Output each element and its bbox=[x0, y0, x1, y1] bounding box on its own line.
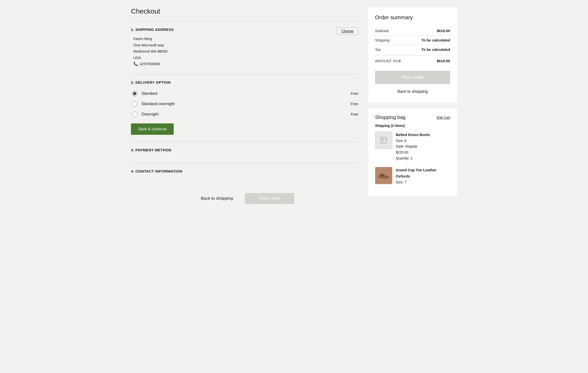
address-city-state-zip: Redmond WA 98055 bbox=[133, 48, 358, 55]
shopping-bag-title: Shopping bag bbox=[375, 115, 405, 120]
shipping-value: To be calculated bbox=[421, 38, 450, 42]
page-wrapper: Checkout 1. SHIPPING ADDRESS Change Kare… bbox=[121, 0, 467, 215]
shipping-section-header: 1. SHIPPING ADDRESS Change bbox=[131, 27, 358, 36]
delivery-option-overnight: Overnight Free bbox=[131, 109, 358, 119]
boots-style: Style: Regular bbox=[396, 144, 430, 150]
phone-number: 4257058000 bbox=[140, 61, 160, 67]
edit-cart-button[interactable]: Edit Cart bbox=[437, 116, 450, 119]
contact-section-title: 4. CONTACT INFORMATION bbox=[131, 169, 358, 173]
boots-details: Belted Dress Boots Size: 6 Style: Regula… bbox=[396, 132, 430, 161]
shipping-label-summary: Shipping bbox=[375, 38, 389, 42]
shipping-address-section: 1. SHIPPING ADDRESS Change Karen Berg On… bbox=[131, 21, 358, 74]
delivery-option-section: 2. DELIVERY OPTION Standard Free Standar… bbox=[131, 74, 358, 142]
sidebar: Order summary Subtotal $610.00 Shipping … bbox=[368, 7, 457, 196]
boots-name: Belted Dress Boots bbox=[396, 132, 430, 138]
boots-quantity: Quantity: 1 bbox=[396, 156, 430, 161]
address-phone: 📞 4257058000 bbox=[133, 61, 358, 67]
address-block: Karen Berg One Microsoft way Redmond WA … bbox=[131, 36, 358, 67]
svg-point-5 bbox=[379, 174, 384, 177]
save-continue-button[interactable]: Save & continue bbox=[131, 123, 174, 135]
bag-item-boots: Belted Dress Boots Size: 6 Style: Regula… bbox=[375, 132, 450, 161]
amount-due-value: $610.00 bbox=[437, 59, 450, 63]
tax-value: To be calculated bbox=[421, 47, 450, 52]
shopping-bag-header: Shopping bag Edit Cart bbox=[375, 115, 450, 120]
order-summary-card: Order summary Subtotal $610.00 Shipping … bbox=[368, 7, 457, 103]
svg-rect-0 bbox=[381, 137, 387, 143]
delivery-price-standard-overnight: Free bbox=[351, 102, 358, 106]
boots-price: $220.00 bbox=[396, 150, 430, 156]
address-name: Karen Berg bbox=[133, 36, 358, 42]
summary-row-subtotal: Subtotal $610.00 bbox=[375, 26, 450, 35]
delivery-radio-standard-overnight[interactable] bbox=[132, 101, 137, 107]
payment-method-section: 3. PAYMENT METHOD bbox=[131, 142, 358, 163]
bottom-actions: Back to shopping Place order bbox=[131, 184, 358, 208]
subtotal-value: $610.00 bbox=[437, 29, 450, 33]
oxfords-size: Size: 7 bbox=[396, 179, 450, 185]
oxfords-image bbox=[375, 167, 392, 184]
payment-section-title: 3. PAYMENT METHOD bbox=[131, 148, 358, 152]
oxfords-name: Grand Cap Toe Leather Oxfords bbox=[396, 167, 450, 179]
back-to-shopping-link-sidebar[interactable]: Back to shopping bbox=[375, 87, 450, 96]
delivery-price-standard: Free bbox=[351, 91, 358, 96]
delivery-radio-overnight[interactable] bbox=[132, 112, 137, 117]
address-country: USA bbox=[133, 55, 358, 61]
delivery-label-standard[interactable]: Standard bbox=[141, 91, 347, 96]
page-title: Checkout bbox=[131, 7, 358, 15]
place-order-button-sidebar[interactable]: Place order bbox=[375, 71, 450, 84]
summary-row-tax: Tax To be calculated bbox=[375, 45, 450, 54]
contact-information-section: 4. CONTACT INFORMATION bbox=[131, 163, 358, 184]
phone-icon: 📞 bbox=[133, 61, 138, 67]
boots-image bbox=[375, 132, 392, 149]
bag-item-oxfords: Grand Cap Toe Leather Oxfords Size: 7 bbox=[375, 167, 450, 185]
delivery-options-group: Standard Free Standard overnight Free Ov… bbox=[131, 88, 358, 119]
shipping-items-label: Shipping (2 items) bbox=[375, 124, 450, 128]
shopping-bag-card: Shopping bag Edit Cart Shipping (2 items… bbox=[368, 109, 457, 196]
delivery-option-standard: Standard Free bbox=[131, 88, 358, 99]
delivery-section-title: 2. DELIVERY OPTION bbox=[131, 80, 358, 84]
address-street: One Microsoft way bbox=[133, 42, 358, 48]
delivery-option-standard-overnight: Standard overnight Free bbox=[131, 99, 358, 109]
delivery-radio-standard[interactable] bbox=[132, 91, 137, 96]
summary-row-shipping: Shipping To be calculated bbox=[375, 35, 450, 45]
delivery-label-overnight[interactable]: Overnight bbox=[141, 112, 347, 117]
back-to-shopping-link-bottom[interactable]: Back to shopping bbox=[195, 193, 239, 204]
place-order-button-bottom[interactable]: Place order bbox=[245, 193, 294, 204]
tax-label: Tax bbox=[375, 47, 381, 52]
subtotal-label: Subtotal bbox=[375, 29, 389, 33]
boots-size: Size: 6 bbox=[396, 138, 430, 144]
change-address-button[interactable]: Change bbox=[337, 27, 358, 35]
shipping-section-title: 1. SHIPPING ADDRESS bbox=[131, 27, 174, 32]
main-content: Checkout 1. SHIPPING ADDRESS Change Kare… bbox=[131, 7, 358, 208]
delivery-price-overnight: Free bbox=[351, 112, 358, 116]
order-summary-title: Order summary bbox=[375, 14, 450, 21]
oxfords-details: Grand Cap Toe Leather Oxfords Size: 7 bbox=[396, 167, 450, 185]
delivery-label-standard-overnight[interactable]: Standard overnight bbox=[141, 102, 347, 106]
summary-row-amount-due: AMOUNT DUE $610.00 bbox=[375, 55, 450, 65]
amount-due-label: AMOUNT DUE bbox=[375, 59, 401, 63]
